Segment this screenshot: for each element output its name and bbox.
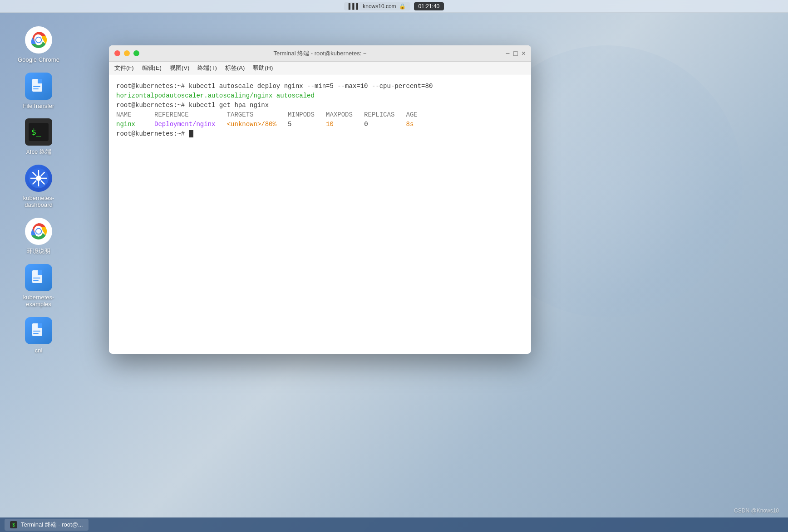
k8s-dashboard-label: kubernetes-dashboard [11, 195, 66, 209]
menubar-time: 01:21:40 [414, 2, 444, 10]
terminal-line-4: NAME REFERENCE TARGETS MINPODS MAXPODS R… [116, 110, 524, 120]
desktop-icon-filetransfer[interactable]: FileTransfer [11, 73, 66, 110]
taskbar: $ Terminal 终端 - root@... [0, 517, 788, 532]
taskbar-terminal-icon: $ [10, 521, 17, 528]
window-minimize-button[interactable] [124, 50, 130, 56]
cursor [189, 130, 193, 137]
svg-rect-27 [38, 323, 42, 328]
svg-rect-28 [33, 331, 40, 332]
menu-terminal[interactable]: 终端(T) [197, 64, 217, 72]
taskbar-terminal-item[interactable]: $ Terminal 终端 - root@... [5, 519, 89, 531]
k8s-examples-label: kubernetes-examples [11, 294, 66, 308]
window-close-button[interactable] [114, 50, 120, 56]
menu-tab[interactable]: 标签(A) [225, 64, 245, 72]
terminal-line-6: root@kubernetes:~# [116, 129, 524, 139]
hpa-reference: Deployment/nginx [154, 121, 215, 128]
desktop: ▌▌▌ knows10.com 🔒 01:21:40 [0, 0, 788, 532]
chrome-label: Google Chrome [18, 56, 59, 63]
terminal-title: Terminal 终端 - root@kubernetes: ~ [273, 49, 366, 58]
hpa-maxpods: 10 [326, 121, 334, 128]
terminal-line-3: root@kubernetes:~# kubectl get hpa nginx [116, 101, 524, 110]
lock-icon: 🔒 [399, 3, 406, 10]
svg-rect-24 [33, 278, 40, 278]
terminal-content[interactable]: root@kubernetes:~# kubectl autoscale dep… [109, 74, 531, 353]
svg-point-21 [36, 229, 41, 234]
close-ctrl[interactable]: × [522, 50, 526, 57]
svg-rect-23 [38, 270, 42, 275]
watermark-text: CSDN @Knows10 [734, 508, 779, 514]
svg-rect-5 [33, 86, 40, 87]
env-desc-label: 环境说明 [27, 248, 50, 255]
taskbar-terminal-label: Terminal 终端 - root@... [21, 521, 83, 529]
command-2: kubectl get hpa nginx [189, 102, 269, 109]
menu-help[interactable]: 帮助(H) [253, 64, 273, 72]
restore-ctrl[interactable]: □ [513, 50, 518, 57]
svg-rect-6 [33, 88, 39, 89]
terminal-line-1: root@kubernetes:~# kubectl autoscale dep… [116, 82, 524, 91]
desktop-icon-k8s-examples[interactable]: kubernetes-examples [11, 264, 66, 308]
signal-icon: ▌▌▌ [349, 3, 360, 10]
svg-point-10 [36, 176, 41, 181]
hpa-spacer [334, 121, 364, 128]
desktop-icon-xfce-terminal[interactable]: $_ Xfce 终端 [11, 118, 66, 156]
svg-text:$_: $_ [31, 127, 41, 137]
hpa-age: 8s [406, 121, 414, 128]
xfce-terminal-icon: $_ [25, 118, 52, 146]
cni-icon [25, 317, 52, 344]
sidebar: Google Chrome FileTransfer $_ [0, 13, 77, 519]
menu-edit[interactable]: 编辑(E) [142, 64, 162, 72]
menubar: ▌▌▌ knows10.com 🔒 01:21:40 [0, 0, 788, 13]
command-1: kubectl autoscale deploy nginx --min=5 -… [189, 83, 433, 90]
desktop-icon-env-desc[interactable]: 环境说明 [11, 218, 66, 255]
svg-point-2 [36, 38, 41, 43]
xfce-terminal-label: Xfce 终端 [26, 148, 51, 156]
menubar-url: ▌▌▌ knows10.com 🔒 [344, 2, 410, 10]
terminal-titlebar: Terminal 终端 - root@kubernetes: ~ − □ × [109, 45, 531, 62]
svg-rect-4 [38, 79, 42, 83]
terminal-line-5: nginx Deployment/nginx <unknown>/80% 5 1… [116, 120, 524, 129]
window-buttons [114, 50, 139, 56]
hpa-replicas: 0 [364, 121, 368, 128]
minimize-ctrl[interactable]: − [506, 50, 510, 57]
file-transfer-icon [25, 73, 52, 100]
terminal-line-2: horizontalpodautoscaler.autoscaling/ngin… [116, 91, 524, 101]
k8s-examples-icon [25, 264, 52, 291]
prompt-1: root@kubernetes:~# [116, 83, 189, 90]
terminal-win-controls: − □ × [506, 50, 526, 57]
url-text: knows10.com [363, 3, 396, 10]
svg-rect-29 [33, 333, 39, 334]
svg-rect-25 [33, 280, 39, 281]
desktop-icon-kubernetes-dashboard[interactable]: kubernetes-dashboard [11, 165, 66, 209]
env-desc-icon [25, 218, 52, 245]
terminal-menubar: 文件(F) 编辑(E) 视图(V) 终端(T) 标签(A) 帮助(H) [109, 62, 531, 74]
hpa-name: nginx [116, 121, 147, 128]
filetransfer-label: FileTransfer [23, 102, 54, 110]
desktop-icon-google-chrome[interactable]: Google Chrome [11, 26, 66, 63]
k8s-icon [25, 165, 52, 192]
watermark: CSDN @Knows10 [734, 508, 779, 514]
hpa-targets: <unknown>/80% [227, 121, 276, 128]
window-maximize-button[interactable] [133, 50, 139, 56]
prompt-3: root@kubernetes:~# [116, 130, 189, 137]
chrome-icon [25, 26, 52, 54]
hpa-minpods: 5 [288, 121, 326, 128]
prompt-2: root@kubernetes:~# [116, 102, 189, 109]
desktop-icon-cni[interactable]: cni [11, 317, 66, 354]
menu-view[interactable]: 视图(V) [170, 64, 189, 72]
cni-label: cni [35, 347, 43, 354]
menu-file[interactable]: 文件(F) [114, 64, 134, 72]
terminal-window: Terminal 终端 - root@kubernetes: ~ − □ × 文… [109, 45, 531, 354]
menubar-center: ▌▌▌ knows10.com 🔒 01:21:40 [344, 2, 444, 10]
